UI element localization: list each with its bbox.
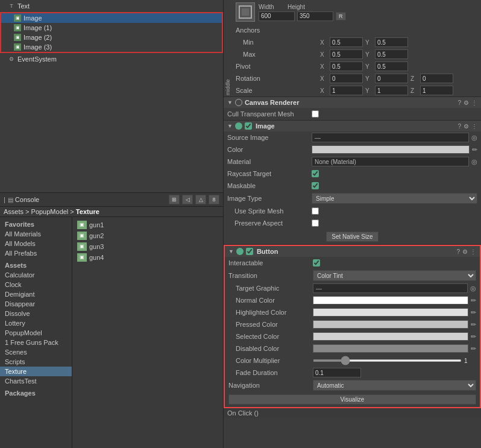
- navigation-select[interactable]: Automatic None Horizontal Vertical Expli…: [313, 380, 476, 391]
- max-x-input[interactable]: [330, 49, 363, 59]
- asset-gun4[interactable]: ▣ gun4: [75, 252, 221, 263]
- hierarchy-item-eventsystem[interactable]: ⚙ EventSystem: [0, 54, 223, 64]
- image-enabled-checkbox[interactable]: [245, 122, 252, 130]
- target-graphic-picker[interactable]: ◎: [470, 285, 476, 292]
- sidebar-dissolve[interactable]: Dissolve: [0, 309, 72, 318]
- button-settings-icon[interactable]: ⚙: [462, 248, 468, 255]
- maskable-checkbox[interactable]: [312, 182, 319, 189]
- hierarchy-item-image[interactable]: ▣ Image: [1, 13, 222, 23]
- sidebar-all-prefabs[interactable]: All Prefabs: [0, 248, 72, 258]
- use-sprite-checkbox[interactable]: [312, 207, 319, 215]
- cull-checkbox[interactable]: [312, 110, 319, 118]
- scale-y-input[interactable]: [375, 86, 408, 95]
- sidebar-texture[interactable]: Texture: [0, 367, 72, 376]
- sidebar-popupmodel[interactable]: PopupModel: [0, 328, 72, 338]
- menu-icon[interactable]: ⋮: [471, 99, 477, 106]
- disabled-color-picker[interactable]: ✏: [471, 345, 476, 353]
- asset-gun3[interactable]: ▣ gun3: [75, 241, 221, 252]
- source-image-picker[interactable]: ◎: [471, 134, 477, 142]
- console-tab[interactable]: ▤ Console: [8, 196, 39, 203]
- tool-back-btn[interactable]: ◁: [182, 195, 193, 204]
- image-settings-icon[interactable]: ⚙: [464, 123, 469, 130]
- multiplier-value: 1: [464, 358, 476, 364]
- rot-z-input[interactable]: [420, 74, 453, 83]
- hierarchy-item-image3[interactable]: ▣ Image (3): [1, 42, 222, 52]
- material-picker[interactable]: ◎: [471, 158, 477, 166]
- transition-select[interactable]: Color Tint Sprite Swap Animation None: [313, 270, 476, 281]
- max-y-input[interactable]: [375, 49, 408, 59]
- tool-count-btn[interactable]: 8: [209, 195, 219, 204]
- hierarchy-item-text[interactable]: T Text: [0, 1, 223, 11]
- image-section-header[interactable]: ▼ Image ? ⚙ ⋮: [224, 121, 481, 131]
- target-graphic-row: Target Graphic — ◎: [225, 282, 480, 294]
- sidebar-free-guns[interactable]: 1 Free Guns Pack: [0, 338, 72, 347]
- help-icon[interactable]: ?: [457, 99, 461, 106]
- min-x-input[interactable]: [330, 37, 363, 47]
- image-help-icon[interactable]: ?: [457, 123, 461, 130]
- image-type-select[interactable]: Simple Sliced Tiled Filled: [312, 193, 477, 204]
- pivot-x-input[interactable]: [330, 62, 363, 71]
- button-menu-icon[interactable]: ⋮: [470, 248, 476, 255]
- sidebar-clock[interactable]: Clock: [0, 280, 72, 289]
- sidebar-scenes[interactable]: Scenes: [0, 347, 72, 357]
- sidebar-disappear[interactable]: Disappear: [0, 299, 72, 309]
- width-input[interactable]: [259, 11, 295, 21]
- sidebar-demigiant[interactable]: Demigiant: [0, 289, 72, 299]
- selected-color-picker[interactable]: ✏: [471, 333, 476, 341]
- asset-gun1[interactable]: ▣ gun1: [75, 219, 221, 230]
- color-field[interactable]: [312, 145, 470, 154]
- highlighted-color-field[interactable]: [313, 308, 468, 317]
- interactable-label: Interactable: [228, 259, 313, 267]
- sidebar-packages-header: Packages: [0, 386, 72, 398]
- pressed-color-picker[interactable]: ✏: [471, 321, 476, 329]
- canvas-renderer-header[interactable]: ▼ Canvas Renderer ? ⚙ ⋮: [224, 97, 481, 108]
- image-section: ▼ Image ? ⚙ ⋮ Source Image — ◎ Color ✏: [224, 121, 481, 245]
- sidebar-scripts[interactable]: Scripts: [0, 357, 72, 367]
- interactable-checkbox[interactable]: [313, 259, 320, 267]
- pressed-color-field[interactable]: [313, 320, 468, 329]
- button-help-icon[interactable]: ?: [456, 248, 460, 255]
- raycast-checkbox[interactable]: [312, 170, 319, 177]
- visualize-btn[interactable]: Visualize: [228, 394, 476, 405]
- image-menu-icon[interactable]: ⋮: [471, 123, 477, 130]
- sidebar-calculator[interactable]: Calculator: [0, 270, 72, 280]
- r-button[interactable]: R: [336, 12, 346, 21]
- button-section-icons: ? ⚙ ⋮: [456, 248, 476, 255]
- selected-color-field[interactable]: [313, 332, 468, 341]
- console-toolbar: ⊞ ◁ △ 8: [169, 195, 219, 204]
- source-image-label: Source Image: [227, 134, 312, 141]
- image1-icon: ▣: [13, 24, 22, 32]
- scale-x-input[interactable]: [330, 86, 363, 95]
- settings-icon[interactable]: ⚙: [464, 99, 469, 106]
- tool-up-btn[interactable]: △: [195, 195, 206, 204]
- rot-x-input[interactable]: [330, 74, 363, 83]
- asset-gun2[interactable]: ▣ gun2: [75, 230, 221, 241]
- scale-z-input[interactable]: [420, 86, 453, 95]
- sidebar-chartstest[interactable]: ChartsTest: [0, 376, 72, 386]
- normal-color-picker[interactable]: ✏: [471, 297, 476, 304]
- scale-z-label: Z: [410, 87, 418, 94]
- rot-y-input[interactable]: [375, 74, 408, 83]
- color-picker-btn[interactable]: ✏: [472, 146, 477, 154]
- disabled-color-field[interactable]: [313, 344, 468, 353]
- source-image-row: Source Image — ◎: [224, 131, 481, 144]
- preserve-checkbox[interactable]: [312, 219, 319, 227]
- tool-grid-btn[interactable]: ⊞: [169, 195, 180, 204]
- hierarchy-item-image1[interactable]: ▣ Image (1): [1, 23, 222, 33]
- max-x-label: X: [320, 51, 327, 58]
- set-native-size-btn[interactable]: Set Native Size: [326, 232, 378, 242]
- hierarchy-item-image2[interactable]: ▣ Image (2): [1, 33, 222, 42]
- button-enabled-checkbox[interactable]: [246, 248, 253, 255]
- sidebar-all-models[interactable]: All Models: [0, 239, 72, 248]
- normal-color-field[interactable]: [313, 296, 468, 304]
- highlighted-color-picker[interactable]: ✏: [471, 309, 476, 317]
- sidebar-all-materials[interactable]: All Materials: [0, 229, 72, 239]
- multiplier-slider[interactable]: [313, 359, 462, 362]
- sidebar-lottery[interactable]: Lottery: [0, 318, 72, 328]
- height-input[interactable]: [297, 11, 333, 21]
- pivot-y-input[interactable]: [375, 62, 408, 71]
- button-section-header[interactable]: ▼ Button ? ⚙ ⋮: [225, 246, 480, 257]
- interactable-row: Interactable: [225, 257, 480, 269]
- min-y-input[interactable]: [375, 37, 408, 47]
- fade-duration-input[interactable]: [313, 368, 361, 377]
